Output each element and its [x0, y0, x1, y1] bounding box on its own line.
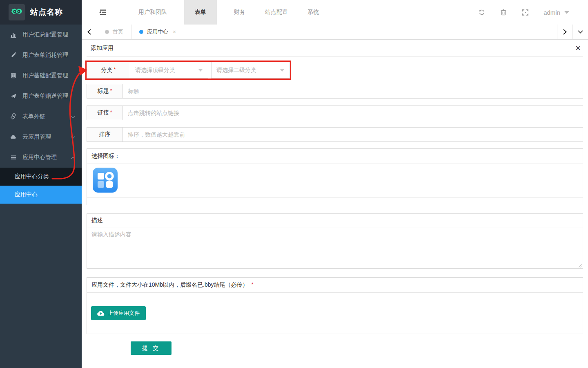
sidebar-item-label: 用户表单赠送管理	[22, 92, 68, 100]
select-placeholder: 请选择二级分类	[216, 67, 256, 74]
category-row: 分类* 请选择顶级分类 请选择二级分类	[87, 62, 290, 79]
sidebar-item-label: 表单外链	[22, 113, 45, 120]
link-field-row: 链接*	[87, 105, 583, 120]
description-body	[87, 227, 583, 268]
nav-item-finance[interactable]: 财务	[224, 0, 255, 25]
sidebar-subitem-label: 应用中心分类	[15, 173, 49, 180]
annotation-red-box: 分类* 请选择顶级分类 请选择二级分类	[85, 61, 291, 80]
title-input[interactable]	[123, 84, 583, 98]
nav-item-users-teams[interactable]: 用户和团队	[129, 0, 177, 25]
app-file-section: 应用文件，文件大小在10Mb以内，后缀名已.bby结尾（必传） * 上传应用文件	[87, 277, 583, 334]
sidebar-item-form-external-link[interactable]: 表单外链	[0, 106, 82, 127]
form-panel: 添加应用 × 分类* 请选择顶级分类	[82, 40, 588, 368]
nav-item-site-config[interactable]: 站点配置	[255, 0, 298, 25]
description-title: 描述	[87, 214, 583, 227]
tab-label: 应用中心	[147, 28, 168, 36]
icon-section: 选择图标：	[87, 148, 583, 205]
tabs-scroll-right-button[interactable]	[557, 25, 572, 39]
menu-fold-icon[interactable]	[99, 0, 107, 25]
tab-home[interactable]: 首页	[97, 25, 131, 39]
user-menu[interactable]: admin	[543, 9, 569, 16]
title-field-row: 标题*	[87, 84, 583, 99]
sidebar-item-label: 用户汇总配置管理	[22, 31, 68, 38]
upload-app-file-button[interactable]: 上传应用文件	[91, 306, 146, 320]
category-label: 分类*	[87, 62, 130, 78]
trash-icon[interactable]	[500, 9, 507, 16]
select-caret-icon	[280, 69, 285, 72]
sidebar-item-user-base-config[interactable]: 用户基础配置管理	[0, 65, 82, 86]
top-navbar: 用户和团队 表单 财务 站点配置 系统 admin	[82, 0, 588, 25]
sidebar-subitem-label: 应用中心	[15, 191, 38, 198]
sidebar-item-label: 应用中心管理	[22, 154, 57, 161]
tabs-scroll-left-button[interactable]	[82, 25, 97, 39]
app-file-body: 上传应用文件	[87, 293, 583, 334]
cloud-icon	[10, 134, 17, 140]
top-category-select[interactable]: 请选择顶级分类	[130, 62, 208, 78]
sidebar-subitem-app-center-category[interactable]: 应用中心分类	[0, 168, 82, 186]
chevron-down-icon	[71, 134, 75, 140]
fullscreen-icon[interactable]	[522, 9, 528, 16]
chevron-up-icon	[71, 154, 75, 161]
site-name: 站点名称	[30, 7, 63, 18]
book-icon	[10, 72, 17, 79]
page-title: 添加应用	[91, 45, 114, 52]
sort-input[interactable]	[123, 128, 583, 141]
sidebar: 站点名称 用户汇总配置管理 用户表单消耗管理 用户基础配置管理 用户表单赠送管理	[0, 0, 82, 368]
spacer	[208, 62, 211, 79]
sidebar-subitem-app-center[interactable]: 应用中心	[0, 186, 82, 204]
nav-item-forms[interactable]: 表单	[184, 0, 217, 25]
sort-field-row: 排序	[87, 127, 583, 142]
tab-status-dot	[139, 30, 143, 34]
upload-button-label: 上传应用文件	[108, 310, 140, 317]
main-area: 用户和团队 表单 财务 站点配置 系统 admin	[82, 0, 588, 368]
app-root: 站点名称 用户汇总配置管理 用户表单消耗管理 用户基础配置管理 用户表单赠送管理	[0, 0, 588, 368]
username-label: admin	[543, 9, 560, 16]
required-mark: *	[110, 88, 112, 94]
sidebar-item-label: 用户表单消耗管理	[22, 52, 68, 59]
icon-section-footer	[87, 197, 583, 205]
required-mark: *	[251, 281, 253, 287]
select-placeholder: 请选择顶级分类	[135, 67, 175, 74]
tab-app-center[interactable]: 应用中心 ×	[131, 25, 184, 39]
nav-item-system[interactable]: 系统	[298, 0, 329, 25]
sidebar-item-cloud-app-manage[interactable]: 云应用管理	[0, 127, 82, 147]
refresh-icon[interactable]	[479, 9, 485, 16]
tab-bar: 首页 应用中心 ×	[82, 25, 588, 40]
sort-label: 排序	[87, 128, 123, 141]
description-textarea[interactable]	[87, 227, 583, 268]
cloud-upload-icon	[97, 310, 105, 316]
icon-section-title: 选择图标：	[87, 149, 583, 164]
app-grid-icon[interactable]	[93, 168, 118, 193]
app-file-title: 应用文件，文件大小在10Mb以内，后缀名已.bby结尾（必传） *	[87, 278, 583, 293]
bar-chart-icon	[10, 31, 17, 38]
second-category-select[interactable]: 请选择二级分类	[211, 62, 290, 79]
close-icon[interactable]: ×	[575, 44, 581, 53]
sidebar-item-user-form-gift[interactable]: 用户表单赠送管理	[0, 86, 82, 106]
tabbar-spacer	[184, 25, 557, 39]
sidebar-item-app-center-manage[interactable]: 应用中心管理	[0, 147, 82, 168]
required-mark: *	[114, 66, 116, 72]
chevron-down-icon	[71, 113, 75, 120]
sidebar-item-label: 云应用管理	[22, 133, 51, 141]
tab-close-icon[interactable]: ×	[173, 29, 176, 35]
link-input[interactable]	[123, 106, 583, 120]
sidebar-item-label: 用户基础配置管理	[22, 72, 68, 79]
category-group: 分类* 请选择顶级分类	[87, 62, 208, 79]
description-section: 描述	[87, 213, 583, 269]
topbar-right: admin	[479, 0, 569, 25]
sidebar-item-user-summary-config[interactable]: 用户汇总配置管理	[0, 25, 82, 45]
pen-icon	[10, 52, 17, 58]
panel-title-row: 添加应用 ×	[87, 40, 583, 57]
send-icon	[10, 93, 17, 99]
icon-choices	[87, 164, 583, 197]
top-nav-items: 用户和团队 表单 财务 站点配置 系统	[129, 0, 329, 25]
sidebar-header: 站点名称	[0, 0, 82, 25]
owl-logo-icon	[9, 4, 25, 20]
sidebar-item-user-form-consume[interactable]: 用户表单消耗管理	[0, 45, 82, 65]
select-caret-icon	[198, 69, 203, 72]
link-diamond-icon	[10, 113, 17, 120]
caret-down-icon	[564, 11, 569, 14]
tabs-menu-button[interactable]	[572, 25, 588, 39]
submit-button[interactable]: 提 交	[131, 341, 172, 355]
link-label: 链接*	[87, 106, 123, 120]
